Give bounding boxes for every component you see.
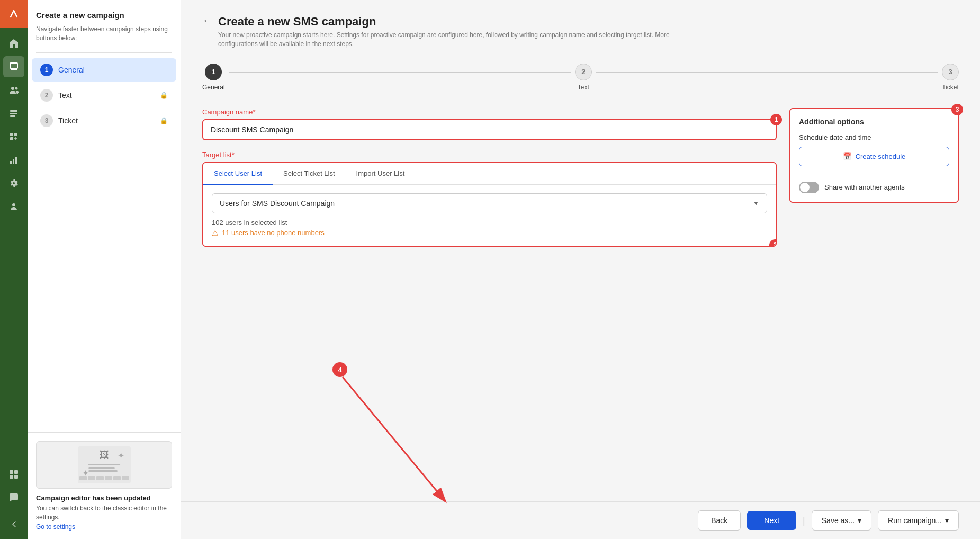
- stepper-line-2: [596, 72, 938, 73]
- form-right: Additional options Schedule date and tim…: [789, 108, 959, 203]
- stepper-circle-2: 2: [575, 64, 592, 80]
- page-title: Create a new SMS campaign: [218, 15, 695, 29]
- go-to-settings-link[interactable]: Go to settings: [36, 523, 75, 531]
- home-icon[interactable]: [3, 33, 24, 54]
- svg-rect-7: [10, 137, 13, 140]
- user-list-dropdown[interactable]: Users for SMS Discount Campaign ▼: [212, 193, 767, 213]
- main-inner: ← Create a new SMS campaign Your new pro…: [181, 0, 980, 501]
- share-label: Share with another agents: [824, 183, 905, 191]
- lock-icon-text: 🔒: [160, 92, 168, 99]
- svg-rect-15: [10, 475, 13, 479]
- form-left: Campaign name* 1 Target list* Select Use…: [202, 108, 777, 247]
- grid-icon[interactable]: [3, 464, 24, 485]
- tab-select-user-list[interactable]: Select User List: [203, 163, 273, 185]
- svg-rect-9: [10, 161, 12, 164]
- stepper-circle-1: 1: [205, 64, 222, 80]
- settings-nav-icon[interactable]: [3, 173, 24, 194]
- list-info: 102 users in selected list: [212, 219, 767, 227]
- footer-divider: |: [803, 515, 805, 526]
- stepper-step-text: 2 Text: [575, 64, 592, 91]
- schedule-label: Schedule date and time: [799, 133, 949, 141]
- svg-rect-6: [10, 133, 13, 136]
- collapse-icon[interactable]: [3, 514, 24, 535]
- svg-rect-16: [14, 475, 18, 479]
- svg-rect-3: [10, 110, 17, 112]
- sidebar-subtitle: Navigate faster between campaign steps u…: [28, 25, 181, 48]
- team-icon[interactable]: [3, 196, 24, 217]
- stepper-label-ticket: Ticket: [942, 84, 959, 91]
- tickets-icon[interactable]: [3, 103, 24, 124]
- tab-select-ticket-list[interactable]: Select Ticket List: [273, 163, 346, 185]
- run-campaign-button[interactable]: Run campaign... ▾: [878, 510, 959, 531]
- left-navigation: [0, 0, 28, 539]
- back-button[interactable]: Back: [698, 510, 741, 531]
- chat-icon[interactable]: [3, 487, 24, 508]
- toggle-thumb: [800, 183, 810, 192]
- svg-rect-11: [15, 157, 17, 164]
- additional-options-title: Additional options: [799, 118, 949, 126]
- svg-rect-8: [14, 133, 17, 136]
- svg-point-12: [12, 203, 15, 206]
- chevron-down-icon: ▼: [753, 200, 759, 207]
- divider: [799, 174, 949, 174]
- sidebar-step-text[interactable]: 2 Text 🔒: [32, 84, 176, 107]
- save-as-button[interactable]: Save as... ▾: [812, 510, 871, 531]
- editor-preview-image: ✦ 🖼 ✦: [36, 441, 172, 489]
- target-tab-content: Users for SMS Discount Campaign ▼ 102 us…: [203, 185, 776, 246]
- badge-1: 1: [770, 114, 782, 125]
- step-num-1: 1: [40, 64, 53, 76]
- step-num-2: 2: [40, 89, 53, 102]
- app-logo[interactable]: [0, 0, 28, 28]
- svg-rect-10: [13, 159, 14, 164]
- step-label-text: Text: [58, 91, 72, 100]
- chevron-down-icon-save: ▾: [858, 516, 861, 525]
- svg-rect-5: [10, 115, 15, 117]
- stepper-step-ticket: 3 Ticket: [942, 64, 959, 91]
- target-list-section: Target list* Select User List Select Tic…: [202, 151, 777, 247]
- svg-rect-0: [6, 6, 21, 21]
- stepper-line-1: [229, 72, 571, 73]
- svg-point-1: [11, 87, 14, 90]
- contacts-icon[interactable]: [3, 79, 24, 101]
- stepper-label-general: General: [202, 84, 225, 91]
- editor-update-title: Campaign editor has been updated: [36, 494, 172, 502]
- campaign-name-input[interactable]: [202, 119, 777, 140]
- sidebar-step-ticket[interactable]: 3 Ticket 🔒: [32, 109, 176, 132]
- stepper-label-text: Text: [578, 84, 589, 91]
- campaign-name-field-row: 1: [202, 119, 777, 140]
- sidebar-bottom: ✦ 🖼 ✦ Campaign editor has been u: [28, 432, 181, 539]
- create-schedule-button[interactable]: 📅 Create schedule: [799, 147, 949, 166]
- main-content: ← Create a new SMS campaign Your new pro…: [181, 0, 980, 539]
- editor-update-text: You can switch back to the classic edito…: [36, 504, 172, 522]
- reports-icon[interactable]: [3, 149, 24, 170]
- stepper: 1 General 2 Text 3 Ticket: [202, 64, 959, 91]
- step-num-3: 3: [40, 114, 53, 127]
- warning-text: 11 users have no phone numbers: [222, 229, 325, 237]
- dropdown-value: Users for SMS Discount Campaign: [220, 199, 335, 208]
- svg-rect-14: [14, 470, 18, 474]
- stepper-circle-3: 3: [942, 64, 959, 80]
- next-button[interactable]: Next: [747, 511, 796, 530]
- share-row: Share with another agents: [799, 182, 949, 193]
- tab-import-user-list[interactable]: Import User List: [346, 163, 416, 185]
- campaign-name-label: Campaign name*: [202, 108, 777, 116]
- step-label-ticket: Ticket: [58, 116, 78, 125]
- inbox-icon[interactable]: [3, 56, 24, 77]
- step-label-general: General: [58, 66, 85, 74]
- campaigns-plus-icon[interactable]: [3, 126, 24, 147]
- sidebar-step-general[interactable]: 1 General: [32, 58, 176, 82]
- svg-point-2: [15, 87, 18, 90]
- svg-rect-4: [10, 113, 17, 114]
- chevron-down-icon-run: ▾: [945, 516, 949, 525]
- back-arrow-button[interactable]: ←: [202, 15, 213, 25]
- share-toggle[interactable]: [799, 182, 819, 193]
- badge-3: 3: [951, 104, 963, 115]
- form-section: Campaign name* 1 Target list* Select Use…: [202, 108, 959, 247]
- sidebar: Create a new campaign Navigate faster be…: [28, 0, 181, 539]
- svg-rect-13: [10, 470, 13, 474]
- warning-icon: ⚠: [212, 229, 219, 237]
- list-warning: ⚠ 11 users have no phone numbers: [212, 229, 767, 237]
- target-list-label: Target list*: [202, 151, 777, 159]
- additional-options-box: Additional options Schedule date and tim…: [789, 108, 959, 203]
- lock-icon-ticket: 🔒: [160, 117, 168, 124]
